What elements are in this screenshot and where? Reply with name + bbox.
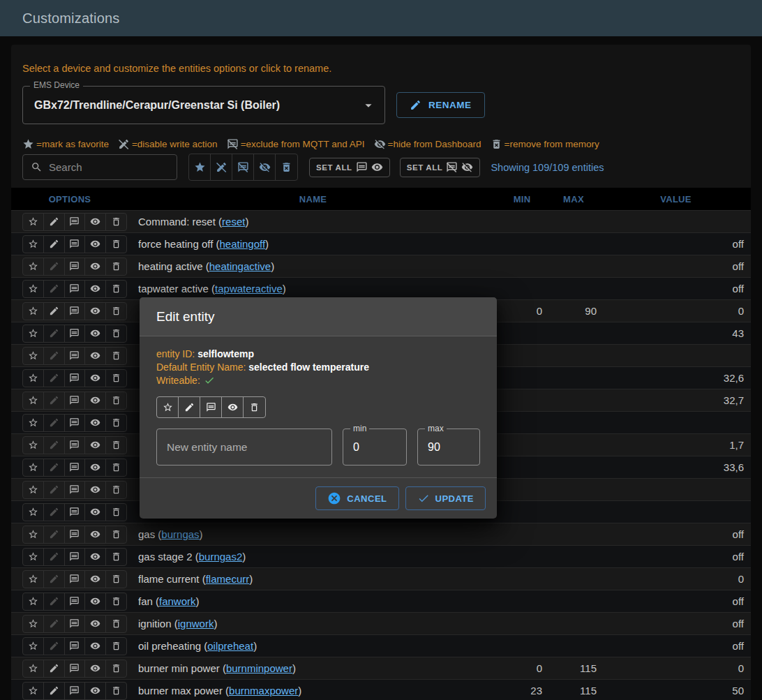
table-row[interactable]: tapwater active (tapwateractive) off: [11, 277, 751, 299]
set-all-hide-button[interactable]: SET ALL: [400, 158, 481, 177]
table-row[interactable]: gas stage 2 (burngas2) off: [11, 545, 751, 567]
page-title: Customizations: [22, 10, 120, 27]
search-input[interactable]: [49, 161, 169, 173]
entity-eye-toggle[interactable]: [222, 397, 244, 417]
entity-name: burner max power (burnmaxpower): [128, 685, 498, 697]
legend-item-label: =mark as favorite: [36, 139, 109, 149]
cancel-button[interactable]: CANCEL: [315, 486, 398, 510]
update-button[interactable]: UPDATE: [405, 486, 486, 510]
entity-star-o-toggle[interactable]: [157, 397, 179, 417]
comment-off-icon: [446, 161, 458, 173]
pencil-icon: [49, 641, 59, 651]
star-outline-icon: [28, 216, 38, 227]
trash-forever-icon: [281, 161, 292, 173]
table-row[interactable]: burner max power (burnmaxpower) 23 115 5…: [11, 679, 751, 700]
pencil-icon: [49, 306, 59, 316]
min-field[interactable]: min: [343, 429, 407, 466]
pencil-icon: [49, 663, 59, 673]
entity-id-link[interactable]: burngas: [161, 528, 199, 540]
star-outline-icon: [28, 685, 38, 696]
filter-star-button[interactable]: [189, 154, 211, 180]
eye-icon: [90, 685, 100, 696]
table-row[interactable]: heating active (heatingactive) off: [11, 255, 751, 277]
dialog-title: Edit entity: [156, 309, 214, 324]
new-entity-name-field[interactable]: [156, 429, 332, 466]
app-bar: Customizations: [0, 0, 762, 36]
table-row[interactable]: oil preheating (oilpreheat) off: [11, 634, 751, 657]
table-row[interactable]: gas (burngas) off: [11, 523, 751, 545]
star-icon: [194, 161, 206, 173]
entity-min: 0: [498, 305, 546, 317]
entity-id-link[interactable]: oilpreheat: [207, 640, 253, 652]
eye-icon: [90, 283, 100, 294]
entity-edit-toggle[interactable]: [179, 397, 200, 417]
entity-id-link[interactable]: heatingoff: [219, 238, 265, 250]
entity-option-toggle-group: [156, 396, 266, 418]
default-name-line: Default Entity Name: selected flow tempe…: [156, 361, 480, 374]
entity-name: fan (fanwork): [128, 595, 498, 607]
eye-icon: [90, 641, 100, 651]
set-all-hide-label: SET ALL: [407, 163, 443, 172]
set-all-show-button[interactable]: SET ALL: [309, 158, 390, 177]
min-input[interactable]: [343, 429, 406, 465]
trash-forever-icon: [491, 138, 502, 150]
entity-value: off: [601, 551, 751, 563]
entity-id-link[interactable]: burngas2: [199, 551, 243, 563]
column-header-name: NAME: [128, 194, 498, 204]
star-outline-icon: [28, 395, 38, 405]
ems-device-select[interactable]: EMS Device GBx72/Trendline/Cerapur/Green…: [22, 86, 385, 124]
row-option-icons: [22, 660, 127, 678]
rename-button[interactable]: RENAME: [396, 92, 485, 118]
pencil-icon: [49, 417, 59, 428]
trash-icon: [111, 373, 121, 383]
filter-eye-off-button[interactable]: [254, 154, 276, 180]
entity-id-link[interactable]: heatingactive: [209, 260, 271, 272]
entity-id-value: selflowtemp: [197, 348, 254, 359]
comment-icon: [69, 440, 80, 450]
table-row[interactable]: flame current (flamecurr) 0: [11, 567, 751, 590]
max-field[interactable]: max: [417, 429, 480, 466]
row-option-icons: [22, 392, 127, 410]
entity-comment-toggle[interactable]: [200, 397, 222, 417]
legend-item: =exclude from MQTT and API: [227, 138, 365, 150]
entity-id-link[interactable]: reset: [222, 216, 245, 228]
row-option-icons: [22, 369, 127, 387]
entity-id-link[interactable]: tapwateractive: [215, 283, 283, 295]
entity-id-link[interactable]: burnminpower: [226, 662, 292, 674]
star-outline-icon: [28, 417, 38, 428]
eye-icon: [90, 507, 100, 517]
table-row[interactable]: fan (fanwork) off: [11, 590, 751, 612]
entity-id-link[interactable]: burnmaxpower: [229, 685, 298, 697]
filter-edit-off-button[interactable]: [211, 154, 232, 180]
star-outline-icon: [28, 641, 38, 651]
table-row[interactable]: ignition (ignwork) off: [11, 612, 751, 634]
entity-id-link[interactable]: fanwork: [159, 595, 196, 607]
trash-icon: [111, 350, 121, 361]
table-row[interactable]: force heating off (heatingoff) off: [11, 232, 751, 255]
comment-icon: [69, 574, 80, 584]
eye-off-icon: [461, 161, 473, 173]
entity-id-link[interactable]: flamecurr: [206, 573, 250, 585]
entity-trash-toggle[interactable]: [244, 397, 265, 417]
eye-icon: [90, 350, 100, 361]
eye-icon: [90, 239, 100, 249]
table-row[interactable]: Command: reset (reset): [11, 210, 751, 232]
search-box[interactable]: [22, 154, 177, 180]
table-row[interactable]: burner min power (burnminpower) 0 115 0: [11, 657, 751, 679]
chevron-down-icon: [361, 98, 376, 113]
trash-icon: [111, 283, 121, 294]
trash-icon: [111, 216, 121, 227]
row-option-icons: [22, 548, 127, 566]
star-outline-icon: [28, 283, 38, 294]
entity-id-link[interactable]: ignwork: [178, 618, 214, 630]
table-header-row: OPTIONS NAME MIN MAX VALUE: [11, 188, 751, 210]
filter-comment-off-button[interactable]: [232, 154, 254, 180]
filter-trash-x-button[interactable]: [276, 154, 297, 180]
new-entity-name-input[interactable]: [157, 429, 331, 465]
eye-icon: [90, 417, 100, 428]
trash-icon: [111, 507, 121, 517]
max-input[interactable]: [418, 429, 479, 465]
comment-icon: [356, 161, 368, 173]
comment-icon: [69, 395, 80, 405]
legend-item-label: =disable write action: [132, 139, 218, 149]
